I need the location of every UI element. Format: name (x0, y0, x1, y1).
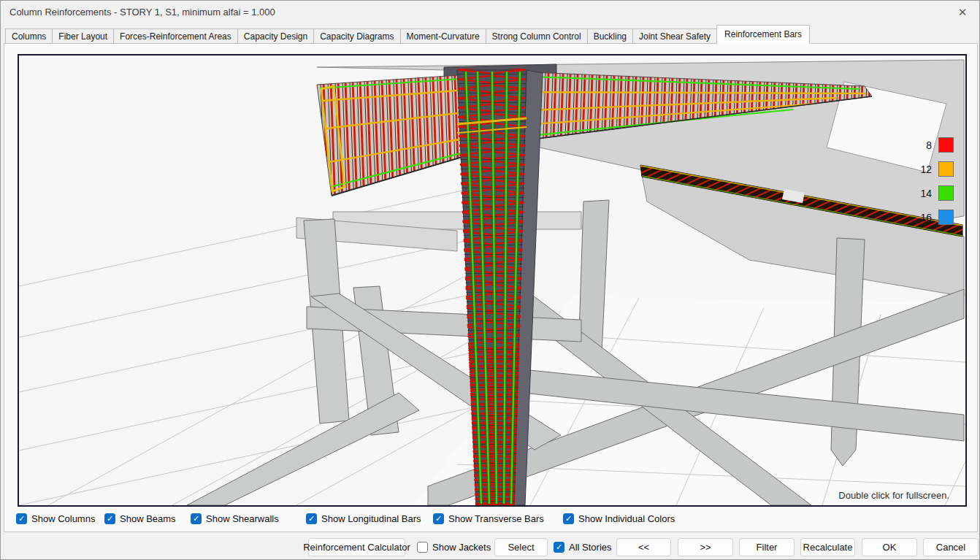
checkbox-label: Show Individual Colors (578, 513, 675, 524)
select-button[interactable]: Select (494, 538, 548, 556)
checkbox-label: Show Jackets (432, 542, 491, 553)
tab-strong-column-control[interactable]: Strong Column Control (486, 28, 588, 44)
tab-forces-reinforcement-areas[interactable]: Forces-Reinforcement Areas (113, 28, 238, 44)
legend-label: 8 (926, 139, 932, 151)
show-jackets-checkbox[interactable]: Show Jackets (417, 542, 491, 553)
tab-columns[interactable]: Columns (5, 28, 53, 44)
fullscreen-hint: Double click for fullscreen. (838, 490, 949, 501)
tab-buckling[interactable]: Buckling (587, 28, 633, 44)
checkbox-check-icon (417, 542, 428, 553)
checkbox-label: Show Beams (120, 513, 176, 524)
window-title: Column Reinforcements - STORY 1, S1, min… (9, 7, 275, 18)
close-icon[interactable]: ✕ (946, 1, 979, 24)
tab-fiber-layout[interactable]: Fiber Layout (52, 28, 114, 44)
checkbox-check-icon: ✓ (433, 513, 444, 524)
all-stories-checkbox[interactable]: ✓ All Stories (554, 542, 612, 553)
window-titlebar[interactable]: Column Reinforcements - STORY 1, S1, min… (1, 1, 979, 24)
checkbox-show-individual-colors[interactable]: ✓ Show Individual Colors (563, 513, 675, 524)
checkbox-label: Show Longitudinal Bars (321, 513, 421, 524)
checkbox-label: Show Columns (31, 513, 95, 524)
checkbox-label: Show Transverse Bars (448, 513, 544, 524)
checkbox-show-transverse-bars[interactable]: ✓ Show Transverse Bars (433, 513, 544, 524)
tab-reinforcement-bars[interactable]: Reinforcement Bars (716, 25, 810, 44)
3d-viewport[interactable]: 8 12 14 16 Double click for fullscreen. (18, 54, 967, 507)
legend-label: 12 (920, 164, 932, 175)
next-button[interactable]: >> (678, 538, 733, 556)
legend-item: 12 (920, 161, 954, 177)
legend-item: 14 (920, 185, 954, 201)
3d-structure-view (19, 55, 965, 505)
tab-capacity-design[interactable]: Capacity Design (237, 28, 314, 44)
filter-button[interactable]: Filter (739, 538, 795, 556)
checkbox-show-columns[interactable]: ✓ Show Columns (16, 513, 95, 524)
tab-bar: Columns Fiber Layout Forces-Reinforcemen… (5, 25, 809, 44)
legend-label: 14 (920, 188, 932, 199)
reinforcement-calculator-button[interactable]: Reinforcement Calculator (308, 538, 405, 556)
dialog-footer: Reinforcement Calculator Show Jackets Se… (1, 533, 979, 560)
checkbox-check-icon: ✓ (104, 513, 115, 524)
color-swatch (938, 137, 954, 153)
color-swatch (938, 185, 954, 201)
tab-capacity-diagrams[interactable]: Capacity Diagrams (313, 28, 400, 44)
legend-item: 16 (920, 210, 954, 225)
checkbox-label: All Stories (569, 542, 612, 553)
checkbox-check-icon: ✓ (191, 513, 202, 524)
checkbox-check-icon: ✓ (563, 513, 574, 524)
tab-joint-shear-safety[interactable]: Joint Shear Safety (632, 28, 717, 44)
checkbox-check-icon: ✓ (306, 513, 317, 524)
recalculate-button[interactable]: Recalculate (800, 538, 855, 556)
checkbox-show-beams[interactable]: ✓ Show Beams (104, 513, 176, 524)
color-swatch (938, 210, 954, 225)
cancel-button[interactable]: Cancel (923, 538, 979, 556)
ok-button[interactable]: OK (862, 538, 917, 556)
color-swatch (938, 161, 954, 177)
checkbox-check-icon: ✓ (16, 513, 27, 524)
bar-diameter-legend: 8 12 14 16 (920, 137, 954, 225)
checkbox-check-icon: ✓ (554, 542, 564, 553)
tab-moment-curvature[interactable]: Moment-Curvature (400, 28, 486, 44)
legend-item: 8 (926, 137, 954, 153)
checkbox-show-longitudinal-bars[interactable]: ✓ Show Longitudinal Bars (306, 513, 421, 524)
checkbox-show-shearwalls[interactable]: ✓ Show Shearwalls (191, 513, 279, 524)
legend-label: 16 (920, 212, 932, 223)
prev-button[interactable]: << (616, 538, 671, 556)
column-reinforcements-dialog: Column Reinforcements - STORY 1, S1, min… (0, 0, 980, 560)
reinforcement-bars-page: 8 12 14 16 Double click for fullscreen. (4, 43, 978, 532)
checkbox-label: Show Shearwalls (206, 513, 279, 524)
